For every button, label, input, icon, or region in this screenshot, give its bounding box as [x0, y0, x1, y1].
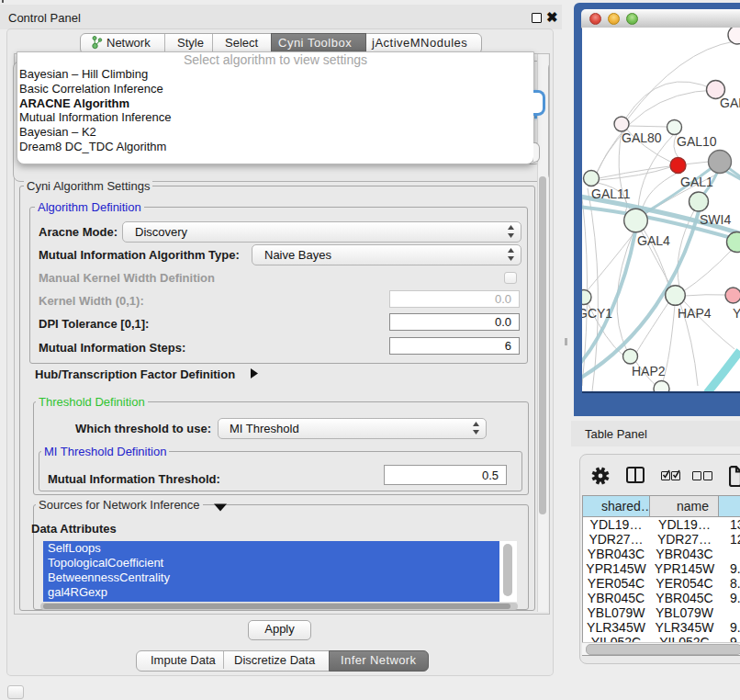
svg-text:GAL11: GAL11	[591, 186, 631, 201]
svg-text:GAL4: GAL4	[637, 233, 670, 248]
svg-text:SWI4: SWI4	[700, 212, 731, 227]
svg-text:GCY1: GCY1	[582, 306, 612, 321]
svg-text:GAL1: GAL1	[680, 175, 713, 189]
svg-text:GAL80: GAL80	[622, 130, 662, 145]
svg-text:GAL10: GAL10	[677, 134, 717, 149]
svg-text:GAL7: GAL7	[720, 96, 740, 110]
svg-text:YJ: YJ	[733, 306, 740, 321]
svg-text:HAP4: HAP4	[678, 306, 712, 321]
svg-text:HAP2: HAP2	[632, 364, 666, 378]
